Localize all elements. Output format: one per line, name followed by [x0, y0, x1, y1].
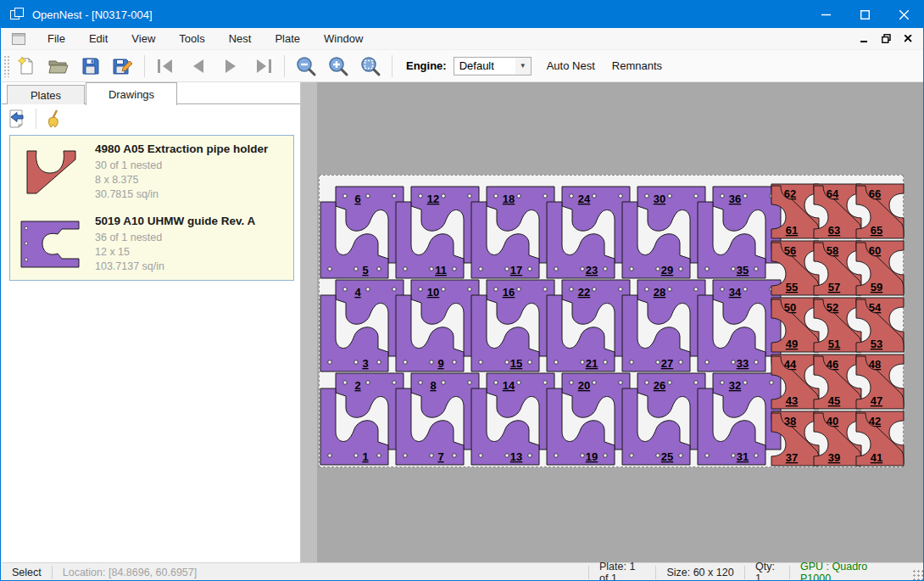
part-number: 13	[510, 450, 522, 463]
part-number: 31	[737, 450, 749, 463]
part-number: 65	[871, 224, 882, 237]
app-window: { "window": { "title": "OpenNest - [N031…	[0, 0, 924, 581]
save-icon[interactable]	[75, 53, 107, 80]
menu-tools[interactable]: Tools	[167, 29, 216, 48]
purple-pair-tile[interactable]: 2 1	[320, 372, 404, 466]
part-number: 35	[737, 264, 749, 277]
title-bar: OpenNest - [N0317-004]	[1, 1, 923, 28]
purple-pair-tile[interactable]: 34 33	[697, 279, 782, 372]
drawing-item[interactable]: 4980 A05 Extraction pipe holder 30 of 1 …	[10, 136, 293, 208]
new-file-icon[interactable]	[10, 53, 42, 80]
panel-splitter[interactable]	[301, 82, 317, 562]
menu-plate[interactable]: Plate	[263, 29, 312, 48]
part-number: 4	[354, 286, 361, 299]
drawing-size: 8 x 8.375	[95, 173, 268, 187]
purple-pair-tile[interactable]: 6 5	[320, 186, 404, 279]
previous-plate-icon[interactable]	[182, 53, 214, 80]
part-number: 47	[871, 394, 882, 407]
part-number: 12	[427, 193, 439, 205]
part-number: 55	[786, 281, 798, 293]
purple-pair-tile[interactable]: 8 7	[395, 372, 480, 466]
menu-edit[interactable]: Edit	[77, 29, 120, 48]
status-bar: Select Location: [84.8696, 60.6957] Plat…	[2, 562, 924, 581]
part-number: 63	[828, 224, 840, 237]
engine-value: Default	[459, 59, 494, 72]
document-icon[interactable]	[12, 33, 25, 45]
resize-grip[interactable]	[912, 569, 924, 581]
plate-surface[interactable]: 6 5 12 11 18 17 24 23 30 29	[319, 175, 904, 467]
window-title: OpenNest - [N0317-004]	[32, 8, 153, 21]
red-pair-tile[interactable]: 48 47	[855, 354, 905, 410]
chevron-down-icon[interactable]: ▼	[515, 58, 531, 75]
menu-nest[interactable]: Nest	[217, 29, 264, 48]
red-pair-tile[interactable]: 66 65	[855, 183, 905, 239]
part-number: 23	[586, 264, 598, 277]
part-number: 27	[661, 357, 673, 370]
purple-pair-tile[interactable]: 18 17	[470, 186, 555, 279]
minimize-icon[interactable]	[806, 1, 845, 28]
menu-view[interactable]: View	[120, 29, 167, 48]
tab-drawings[interactable]: Drawings	[86, 82, 177, 105]
part-number: 3	[362, 357, 368, 370]
purple-pair-tile[interactable]: 26 25	[621, 372, 706, 466]
open-file-icon[interactable]	[42, 53, 75, 80]
remnants-button[interactable]: Remnants	[604, 54, 671, 77]
side-panel: Plates Drawings 4980 A05 Extraction pipe…	[2, 82, 300, 562]
drawing-thumbnail-purple	[15, 220, 86, 269]
zoom-out-icon[interactable]	[290, 53, 322, 80]
clear-broom-icon[interactable]	[40, 106, 70, 131]
toolbar-grip	[3, 55, 10, 77]
first-plate-icon[interactable]	[150, 53, 182, 80]
drawing-item[interactable]: 5019 A10 UHMW guide Rev. A 36 of 1 neste…	[10, 208, 293, 280]
zoom-in-icon[interactable]	[322, 53, 354, 80]
nest-canvas[interactable]: 6 5 12 11 18 17 24 23 30 29	[300, 82, 924, 562]
purple-pair-tile[interactable]: 30 29	[621, 186, 706, 279]
last-plate-icon[interactable]	[247, 53, 279, 80]
mdi-minimize-icon[interactable]	[854, 31, 873, 47]
red-pair-tile[interactable]: 54 53	[855, 297, 905, 353]
save-as-icon[interactable]	[107, 53, 139, 80]
purple-pair-tile[interactable]: 36 35	[697, 186, 782, 279]
part-number: 28	[654, 286, 665, 299]
drawing-area: 103.7137 sq/in	[95, 260, 255, 274]
auto-nest-button[interactable]: Auto Nest	[538, 54, 604, 77]
purple-pair-tile[interactable]: 20 19	[546, 372, 631, 466]
purple-pair-tile[interactable]: 16 15	[470, 279, 555, 372]
tab-strip: Plates Drawings	[2, 82, 300, 104]
close-icon[interactable]	[884, 1, 923, 28]
zoom-fit-icon[interactable]	[354, 53, 387, 80]
purple-pair-tile[interactable]: 12 11	[395, 186, 480, 279]
red-pair-tile[interactable]: 42 41	[855, 411, 905, 466]
menu-file[interactable]: File	[36, 29, 77, 48]
drawings-list: 4980 A05 Extraction pipe holder 30 of 1 …	[9, 135, 294, 281]
maximize-icon[interactable]	[845, 1, 884, 28]
part-number: 10	[427, 286, 439, 299]
mdi-restore-icon[interactable]	[877, 31, 895, 47]
part-number: 24	[578, 193, 591, 205]
part-number: 6	[354, 193, 360, 205]
tab-plates[interactable]: Plates	[7, 85, 85, 104]
mdi-close-icon[interactable]	[899, 31, 917, 47]
purple-pair-tile[interactable]: 28 27	[621, 279, 706, 372]
part-number: 61	[786, 224, 798, 237]
purple-pair-tile[interactable]: 24 23	[546, 186, 631, 279]
purple-pair-tile[interactable]: 4 3	[320, 279, 404, 372]
menu-window[interactable]: Window	[312, 29, 375, 48]
drawing-nested: 36 of 1 nested	[95, 231, 255, 245]
part-number: 11	[435, 264, 447, 277]
part-number: 15	[510, 357, 522, 370]
purple-pair-tile[interactable]: 10 9	[395, 279, 480, 372]
purple-pair-tile[interactable]: 32 31	[697, 372, 782, 466]
purple-pair-tile[interactable]: 14 13	[470, 372, 555, 466]
status-qty: Qty: 1	[745, 563, 789, 581]
part-number: 26	[654, 379, 665, 392]
import-drawing-icon[interactable]	[2, 106, 32, 131]
red-pair-tile[interactable]: 60 59	[855, 240, 905, 296]
part-number: 1	[362, 450, 368, 463]
engine-select[interactable]: Default ▼	[454, 57, 532, 75]
part-number: 49	[786, 338, 798, 350]
next-plate-icon[interactable]	[214, 53, 247, 80]
part-number: 39	[828, 451, 840, 464]
part-number: 17	[510, 264, 522, 277]
purple-pair-tile[interactable]: 22 21	[546, 279, 631, 372]
